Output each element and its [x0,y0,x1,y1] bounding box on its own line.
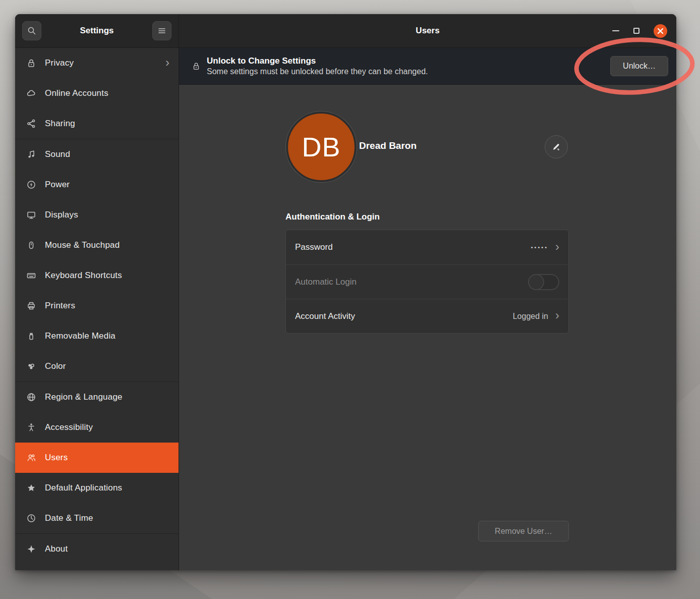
sidebar-item-printers[interactable]: Printers [15,291,179,321]
automatic-login-row[interactable]: Automatic Login [286,264,568,299]
remove-user-button[interactable]: Remove User… [478,521,569,541]
password-label: Password [295,242,531,252]
chevron-right-icon: › [555,309,559,321]
sidebar-item-mouse-touchpad[interactable]: Mouse & Touchpad [15,230,179,260]
sidebar-item-keyboard-shortcuts[interactable]: Keyboard Shortcuts [15,260,179,291]
sidebar-item-label: Sound [45,149,169,159]
globe-icon [26,392,36,402]
share-icon [26,119,36,129]
edit-name-button[interactable] [545,135,568,158]
sidebar-item-removable-media[interactable]: Removable Media [15,321,179,351]
auth-settings-card: Password ••••• › Automatic Login Account… [285,230,569,334]
sidebar-item-label: Region & Language [45,392,169,402]
sidebar-item-default-applications[interactable]: Default Applications [15,473,179,503]
sidebar-item-label: Power [45,180,169,190]
banner-subtitle: Some settings must be unlocked before th… [207,67,428,76]
automatic-login-label: Automatic Login [295,277,528,287]
sidebar-item-label: About [45,544,169,554]
sidebar-item-privacy[interactable]: Privacy › [15,48,179,78]
sidebar-item-sound[interactable]: Sound [15,139,179,170]
unlock-banner: Unlock to Change Settings Some settings … [179,48,676,85]
sidebar-item-label: Online Accounts [45,88,169,98]
toggle-knob [528,274,544,290]
lock-icon [26,58,36,68]
sidebar-item-accessibility[interactable]: Accessibility [15,412,179,443]
titlebar: Users [179,14,676,48]
search-button[interactable] [22,21,41,40]
sidebar-item-label: Keyboard Shortcuts [45,270,169,281]
page-title: Users [179,26,676,36]
sidebar-item-color[interactable]: Color [15,351,179,382]
account-activity-label: Account Activity [295,311,513,321]
sidebar-item-label: Accessibility [45,422,169,432]
lock-icon [192,61,201,71]
chevron-right-icon: › [165,57,169,69]
sidebar-item-users[interactable]: Users [15,443,179,473]
mouse-icon [26,240,36,250]
app-title: Settings [41,26,152,36]
chevron-right-icon: › [555,241,559,253]
banner-texts: Unlock to Change Settings Some settings … [207,56,428,76]
sidebar-item-label: Removable Media [45,331,169,341]
printer-icon [26,301,36,311]
close-icon[interactable] [654,24,667,38]
sidebar-item-label: Mouse & Touchpad [45,240,169,250]
pencil-icon [552,142,561,151]
keyboard-icon [26,270,36,281]
main-panel: Unlock to Change Settings Some settings … [179,48,676,570]
sidebar: Privacy › Online Accounts Sharing Sound … [15,48,179,570]
users-content: DB Dread Baron Authentication & Login Pa… [179,85,676,570]
sidebar-item-online-accounts[interactable]: Online Accounts [15,78,179,108]
sidebar-item-about[interactable]: About [15,534,179,564]
usb-drive-icon [26,331,36,341]
music-note-icon [26,149,36,159]
sidebar-item-label: Users [45,453,169,463]
power-icon [26,180,36,190]
password-row[interactable]: Password ••••• › [286,230,568,264]
sidebar-item-displays[interactable]: Displays [15,200,179,230]
sparkle-icon [26,544,36,554]
clock-icon [26,513,36,523]
hamburger-icon [157,26,166,35]
minimize-icon[interactable] [612,30,619,31]
sidebar-header: Settings [15,14,179,48]
settings-window: Settings Users Privacy › Online Accounts [15,14,676,570]
sidebar-item-date-time[interactable]: Date & Time [15,503,179,533]
color-circles-icon [26,361,36,371]
banner-title: Unlock to Change Settings [207,56,428,66]
sidebar-item-sharing[interactable]: Sharing [15,108,179,139]
cloud-icon [26,88,36,98]
sidebar-item-label: Date & Time [45,513,169,523]
password-value: ••••• [531,244,548,250]
account-activity-row[interactable]: Account Activity Logged in › [286,299,568,333]
sidebar-item-label: Default Applications [45,483,169,493]
user-name: Dread Baron [359,140,417,151]
display-icon [26,210,36,220]
sidebar-item-label: Color [45,361,169,371]
unlock-button[interactable]: Unlock… [610,56,668,76]
accessibility-icon [26,422,36,432]
sidebar-item-label: Displays [45,210,169,220]
automatic-login-toggle[interactable] [528,274,559,290]
menu-button[interactable] [152,21,171,40]
sidebar-item-label: Printers [45,301,169,311]
star-icon [26,483,36,493]
auth-section-title: Authentication & Login [285,212,380,222]
sidebar-item-label: Privacy [45,58,165,68]
users-icon [26,453,36,463]
window-controls [612,24,676,38]
sidebar-item-label: Sharing [45,119,169,129]
sidebar-item-region-language[interactable]: Region & Language [15,382,179,412]
avatar: DB [286,112,357,182]
maximize-icon[interactable] [633,28,639,34]
sidebar-item-power[interactable]: Power [15,170,179,200]
search-icon [27,26,37,36]
account-activity-value: Logged in [513,312,548,321]
